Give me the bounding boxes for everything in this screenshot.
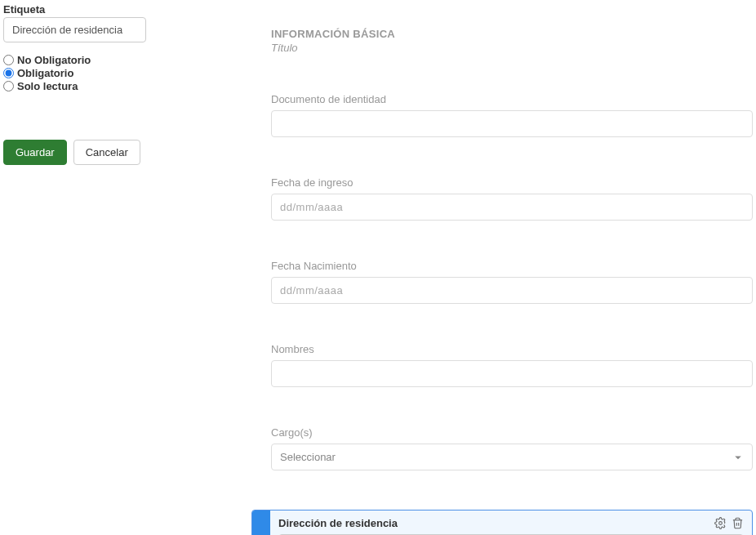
delete-button[interactable] bbox=[732, 517, 744, 529]
guardar-button[interactable]: Guardar bbox=[3, 140, 67, 165]
radio-obligatorio-label: Obligatorio bbox=[17, 67, 73, 79]
drag-handle[interactable] bbox=[252, 510, 270, 535]
input-nombres[interactable] bbox=[271, 360, 753, 387]
field-documento-identidad: Documento de identidad bbox=[271, 93, 753, 137]
cancelar-button[interactable]: Cancelar bbox=[73, 140, 140, 165]
properties-panel: Etiqueta No Obligatorio Obligatorio Solo… bbox=[3, 3, 232, 535]
gear-icon bbox=[714, 517, 727, 529]
field-label-nombres: Nombres bbox=[271, 343, 753, 355]
form-preview: INFORMACIÓN BÁSICA Título Documento de i… bbox=[232, 3, 753, 535]
select-cargos[interactable]: Seleccionar bbox=[271, 444, 753, 470]
selected-field-actions bbox=[714, 517, 744, 529]
selected-field-label: Dirección de residencia bbox=[278, 517, 398, 529]
field-label-cargos: Cargo(s) bbox=[271, 426, 753, 439]
selected-field-header: Dirección de residencia bbox=[278, 517, 744, 529]
radio-solo-lectura-label: Solo lectura bbox=[17, 80, 78, 92]
input-fecha-nacimiento[interactable] bbox=[271, 277, 753, 304]
field-fecha-nacimiento: Fecha Nacimiento bbox=[271, 260, 753, 304]
field-label-fecha-ingreso: Fecha de ingreso bbox=[271, 176, 753, 189]
field-fecha-ingreso: Fecha de ingreso bbox=[271, 176, 753, 221]
radio-solo-lectura[interactable]: Solo lectura bbox=[3, 80, 232, 92]
selected-field-body: Dirección de residencia bbox=[270, 510, 752, 535]
radio-no-obligatorio-label: No Obligatorio bbox=[17, 54, 91, 66]
field-cargos: Cargo(s) Seleccionar bbox=[271, 426, 753, 470]
radio-obligatorio-input[interactable] bbox=[3, 68, 14, 78]
etiqueta-label: Etiqueta bbox=[3, 3, 232, 16]
input-fecha-ingreso[interactable] bbox=[271, 194, 753, 221]
section-title: INFORMACIÓN BÁSICA bbox=[271, 28, 753, 40]
section-subtitle: Título bbox=[271, 42, 753, 54]
radio-no-obligatorio[interactable]: No Obligatorio bbox=[3, 54, 232, 66]
svg-point-9 bbox=[719, 522, 723, 525]
radio-no-obligatorio-input[interactable] bbox=[3, 55, 14, 65]
selected-field-direccion[interactable]: Dirección de residencia bbox=[251, 510, 753, 535]
field-label-documento: Documento de identidad bbox=[271, 93, 753, 105]
field-label-fecha-nacimiento: Fecha Nacimiento bbox=[271, 260, 753, 272]
etiqueta-input[interactable] bbox=[3, 17, 146, 42]
settings-button[interactable] bbox=[714, 517, 727, 529]
trash-icon bbox=[732, 517, 744, 529]
radio-solo-lectura-input[interactable] bbox=[3, 81, 14, 91]
required-mode-group: No Obligatorio Obligatorio Solo lectura bbox=[3, 54, 232, 92]
action-buttons: Guardar Cancelar bbox=[3, 140, 232, 165]
field-nombres: Nombres bbox=[271, 343, 753, 387]
radio-obligatorio[interactable]: Obligatorio bbox=[3, 67, 232, 79]
input-documento-identidad[interactable] bbox=[271, 110, 753, 137]
